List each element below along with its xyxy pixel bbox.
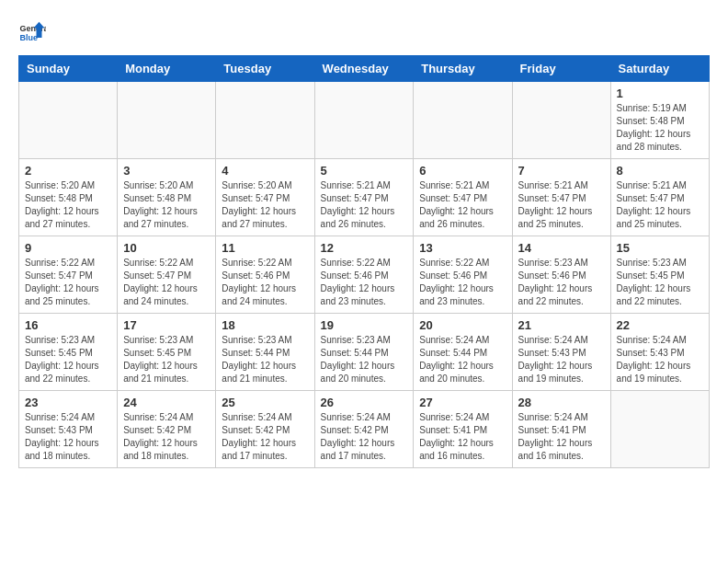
day-info: Sunrise: 5:21 AM Sunset: 5:47 PM Dayligh… [321, 179, 408, 231]
day-info: Sunrise: 5:23 AM Sunset: 5:44 PM Dayligh… [222, 334, 308, 385]
day-number: 15 [617, 241, 703, 255]
calendar-cell: 21Sunrise: 5:24 AM Sunset: 5:43 PM Dayli… [512, 314, 610, 391]
day-info: Sunrise: 5:24 AM Sunset: 5:43 PM Dayligh… [25, 411, 111, 463]
calendar-cell: 3Sunrise: 5:20 AM Sunset: 5:48 PM Daylig… [118, 159, 216, 236]
day-info: Sunrise: 5:21 AM Sunset: 5:47 PM Dayligh… [518, 179, 605, 231]
day-info: Sunrise: 5:23 AM Sunset: 5:45 PM Dayligh… [123, 334, 210, 385]
day-number: 17 [123, 318, 210, 332]
calendar-cell: 7Sunrise: 5:21 AM Sunset: 5:47 PM Daylig… [512, 159, 610, 236]
day-number: 5 [321, 164, 408, 178]
day-number: 10 [123, 241, 210, 255]
logo: General Blue [18, 18, 51, 46]
day-info: Sunrise: 5:24 AM Sunset: 5:41 PM Dayligh… [419, 411, 506, 463]
calendar-cell: 8Sunrise: 5:21 AM Sunset: 5:47 PM Daylig… [610, 159, 709, 236]
day-info: Sunrise: 5:24 AM Sunset: 5:41 PM Dayligh… [518, 411, 605, 463]
calendar-cell: 15Sunrise: 5:23 AM Sunset: 5:45 PM Dayli… [610, 236, 709, 314]
header-tuesday: Tuesday [216, 56, 314, 82]
day-info: Sunrise: 5:24 AM Sunset: 5:42 PM Dayligh… [222, 411, 308, 463]
day-info: Sunrise: 5:24 AM Sunset: 5:43 PM Dayligh… [617, 334, 703, 385]
day-number: 13 [419, 241, 506, 255]
svg-text:Blue: Blue [20, 33, 39, 42]
day-info: Sunrise: 5:20 AM Sunset: 5:48 PM Dayligh… [25, 179, 111, 231]
day-number: 3 [123, 164, 210, 178]
calendar-cell [19, 82, 118, 159]
header-wednesday: Wednesday [314, 56, 414, 82]
day-info: Sunrise: 5:21 AM Sunset: 5:47 PM Dayligh… [419, 179, 506, 231]
day-number: 6 [419, 164, 506, 178]
calendar-week-3: 9Sunrise: 5:22 AM Sunset: 5:47 PM Daylig… [19, 236, 710, 314]
calendar-table: SundayMondayTuesdayWednesdayThursdayFrid… [18, 55, 710, 468]
calendar-week-1: 1Sunrise: 5:19 AM Sunset: 5:48 PM Daylig… [19, 82, 710, 159]
day-info: Sunrise: 5:24 AM Sunset: 5:42 PM Dayligh… [321, 411, 408, 463]
calendar-cell [512, 82, 610, 159]
day-info: Sunrise: 5:20 AM Sunset: 5:47 PM Dayligh… [222, 179, 308, 231]
day-number: 8 [617, 164, 703, 178]
calendar-cell: 12Sunrise: 5:22 AM Sunset: 5:46 PM Dayli… [314, 236, 414, 314]
calendar-cell [118, 82, 216, 159]
calendar-cell [414, 82, 512, 159]
day-number: 2 [25, 164, 111, 178]
calendar-cell: 26Sunrise: 5:24 AM Sunset: 5:42 PM Dayli… [314, 391, 414, 468]
day-info: Sunrise: 5:21 AM Sunset: 5:47 PM Dayligh… [617, 179, 703, 231]
day-number: 26 [321, 396, 408, 409]
calendar-cell [610, 391, 709, 468]
calendar-cell: 10Sunrise: 5:22 AM Sunset: 5:47 PM Dayli… [118, 236, 216, 314]
calendar-cell [216, 82, 314, 159]
calendar-cell: 20Sunrise: 5:24 AM Sunset: 5:44 PM Dayli… [414, 314, 512, 391]
day-info: Sunrise: 5:24 AM Sunset: 5:42 PM Dayligh… [123, 411, 210, 463]
calendar-cell: 16Sunrise: 5:23 AM Sunset: 5:45 PM Dayli… [19, 314, 118, 391]
day-number: 1 [617, 86, 703, 100]
calendar-cell [314, 82, 414, 159]
day-number: 28 [518, 396, 605, 409]
calendar-cell: 6Sunrise: 5:21 AM Sunset: 5:47 PM Daylig… [414, 159, 512, 236]
calendar-cell: 2Sunrise: 5:20 AM Sunset: 5:48 PM Daylig… [19, 159, 118, 236]
day-info: Sunrise: 5:22 AM Sunset: 5:47 PM Dayligh… [25, 257, 111, 308]
header-friday: Friday [512, 56, 610, 82]
calendar-cell: 25Sunrise: 5:24 AM Sunset: 5:42 PM Dayli… [216, 391, 314, 468]
header-sunday: Sunday [19, 56, 118, 82]
day-info: Sunrise: 5:22 AM Sunset: 5:46 PM Dayligh… [321, 257, 408, 308]
day-info: Sunrise: 5:23 AM Sunset: 5:45 PM Dayligh… [25, 334, 111, 385]
calendar-cell: 24Sunrise: 5:24 AM Sunset: 5:42 PM Dayli… [118, 391, 216, 468]
day-number: 18 [222, 318, 308, 332]
day-info: Sunrise: 5:24 AM Sunset: 5:44 PM Dayligh… [419, 334, 506, 385]
day-number: 14 [518, 241, 605, 255]
page-header: General Blue [18, 18, 710, 46]
day-number: 11 [222, 241, 308, 255]
day-number: 12 [321, 241, 408, 255]
day-info: Sunrise: 5:24 AM Sunset: 5:43 PM Dayligh… [518, 334, 605, 385]
day-number: 7 [518, 164, 605, 178]
day-info: Sunrise: 5:20 AM Sunset: 5:48 PM Dayligh… [123, 179, 210, 231]
header-thursday: Thursday [414, 56, 512, 82]
day-info: Sunrise: 5:19 AM Sunset: 5:48 PM Dayligh… [617, 102, 703, 154]
day-number: 9 [25, 241, 111, 255]
header-monday: Monday [118, 56, 216, 82]
calendar-cell: 22Sunrise: 5:24 AM Sunset: 5:43 PM Dayli… [610, 314, 709, 391]
day-info: Sunrise: 5:23 AM Sunset: 5:45 PM Dayligh… [617, 257, 703, 308]
calendar-cell: 18Sunrise: 5:23 AM Sunset: 5:44 PM Dayli… [216, 314, 314, 391]
calendar-cell: 13Sunrise: 5:22 AM Sunset: 5:46 PM Dayli… [414, 236, 512, 314]
day-number: 24 [123, 396, 210, 409]
calendar-cell: 4Sunrise: 5:20 AM Sunset: 5:47 PM Daylig… [216, 159, 314, 236]
calendar-header-row: SundayMondayTuesdayWednesdayThursdayFrid… [19, 56, 710, 82]
calendar-cell: 9Sunrise: 5:22 AM Sunset: 5:47 PM Daylig… [19, 236, 118, 314]
logo-icon: General Blue [18, 18, 46, 46]
day-info: Sunrise: 5:22 AM Sunset: 5:46 PM Dayligh… [419, 257, 506, 308]
day-number: 23 [25, 396, 111, 409]
day-number: 20 [419, 318, 506, 332]
day-number: 4 [222, 164, 308, 178]
day-number: 19 [321, 318, 408, 332]
calendar-cell: 11Sunrise: 5:22 AM Sunset: 5:46 PM Dayli… [216, 236, 314, 314]
day-info: Sunrise: 5:23 AM Sunset: 5:46 PM Dayligh… [518, 257, 605, 308]
calendar-week-5: 23Sunrise: 5:24 AM Sunset: 5:43 PM Dayli… [19, 391, 710, 468]
calendar-week-4: 16Sunrise: 5:23 AM Sunset: 5:45 PM Dayli… [19, 314, 710, 391]
day-number: 25 [222, 396, 308, 409]
day-info: Sunrise: 5:22 AM Sunset: 5:47 PM Dayligh… [123, 257, 210, 308]
day-info: Sunrise: 5:23 AM Sunset: 5:44 PM Dayligh… [321, 334, 408, 385]
calendar-cell: 5Sunrise: 5:21 AM Sunset: 5:47 PM Daylig… [314, 159, 414, 236]
calendar-cell: 1Sunrise: 5:19 AM Sunset: 5:48 PM Daylig… [610, 82, 709, 159]
day-info: Sunrise: 5:22 AM Sunset: 5:46 PM Dayligh… [222, 257, 308, 308]
calendar-cell: 19Sunrise: 5:23 AM Sunset: 5:44 PM Dayli… [314, 314, 414, 391]
calendar-cell: 17Sunrise: 5:23 AM Sunset: 5:45 PM Dayli… [118, 314, 216, 391]
calendar-cell: 27Sunrise: 5:24 AM Sunset: 5:41 PM Dayli… [414, 391, 512, 468]
